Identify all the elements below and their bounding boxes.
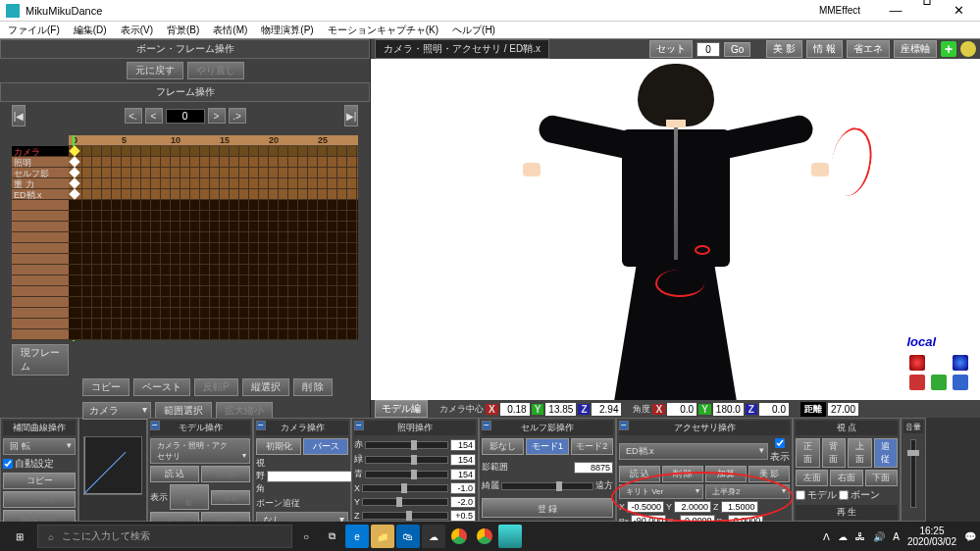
set-button[interactable]: セット bbox=[649, 40, 693, 58]
delete-button[interactable]: 削 除 bbox=[293, 378, 334, 396]
edge-icon[interactable]: e bbox=[345, 525, 369, 548]
taskview-icon[interactable]: ⧉ bbox=[320, 525, 343, 548]
model-edit-button[interactable]: モデル編 bbox=[375, 400, 428, 418]
next-frame-button[interactable]: > bbox=[208, 108, 226, 124]
gizmo-x-icon[interactable] bbox=[909, 355, 925, 371]
track-light[interactable]: 照明 bbox=[12, 157, 69, 168]
gizmo-row-trans[interactable] bbox=[909, 375, 968, 390]
view-back[interactable]: 背面 bbox=[822, 438, 847, 468]
prev-frame-button[interactable]: < bbox=[145, 108, 163, 124]
gizmo-z-icon[interactable] bbox=[953, 355, 968, 371]
onedrive-icon[interactable]: ☁ bbox=[422, 525, 445, 548]
gizmo-tx-icon[interactable] bbox=[909, 375, 925, 390]
view-bottom[interactable]: 下面 bbox=[865, 470, 898, 486]
jump-end-button[interactable]: ▶| bbox=[344, 105, 358, 126]
copy-button[interactable]: コピー bbox=[82, 378, 129, 396]
cam-y[interactable]: 13.85 bbox=[545, 403, 576, 416]
self-reg[interactable]: 登 録 bbox=[482, 498, 613, 518]
mode2[interactable]: モード2 bbox=[571, 438, 613, 455]
acc-load[interactable]: 読 込 bbox=[619, 466, 660, 482]
keyframe-icon[interactable] bbox=[69, 145, 79, 156]
acc-bone-drop[interactable]: 上半身2 bbox=[705, 484, 790, 499]
shadow-slider[interactable] bbox=[501, 482, 593, 490]
menu-physics[interactable]: 物理演算(P) bbox=[261, 24, 313, 37]
gizmo-row-rot[interactable] bbox=[909, 355, 968, 371]
light-g[interactable] bbox=[450, 454, 476, 466]
menu-file[interactable]: ファイル(F) bbox=[8, 24, 60, 37]
keyframe-icon[interactable] bbox=[69, 177, 79, 188]
tray-net-icon[interactable]: 🖧 bbox=[855, 531, 865, 542]
tray-up-icon[interactable]: ᐱ bbox=[823, 531, 830, 542]
gizmo-y-icon[interactable] bbox=[931, 355, 947, 371]
acc-z[interactable] bbox=[721, 501, 758, 513]
acc-y[interactable] bbox=[674, 501, 711, 513]
ang-x[interactable]: 0.0 bbox=[667, 403, 696, 416]
light-z[interactable] bbox=[450, 510, 476, 522]
current-frame-button[interactable]: 現フレーム bbox=[12, 344, 69, 376]
light-r[interactable] bbox=[450, 439, 476, 451]
ang-z[interactable]: 0.0 bbox=[759, 403, 789, 416]
view-front[interactable]: 正面 bbox=[796, 438, 820, 468]
info-button[interactable]: 情 報 bbox=[806, 40, 843, 58]
cortana-icon[interactable]: ○ bbox=[294, 525, 318, 548]
prev-key-button[interactable]: <. bbox=[125, 108, 142, 124]
interp-copy[interactable]: コピー bbox=[3, 473, 76, 489]
cam-init[interactable]: 初期化 bbox=[256, 438, 301, 455]
acc-model-drop[interactable]: キリト Ver bbox=[619, 484, 703, 499]
interp-curve[interactable] bbox=[78, 418, 147, 522]
minimize-icon[interactable]: − bbox=[354, 421, 364, 430]
track-camera[interactable]: カメラ bbox=[12, 146, 69, 157]
no-shadow[interactable]: 影なし bbox=[482, 438, 524, 455]
close-button[interactable]: ✕ bbox=[943, 0, 974, 22]
auto-check[interactable]: 自動設定 bbox=[3, 457, 54, 471]
minimize-icon[interactable]: − bbox=[619, 421, 629, 430]
clock[interactable]: 16:252020/03/02 bbox=[907, 526, 956, 547]
acc-del[interactable]: 削 除 bbox=[662, 466, 703, 482]
cam-x[interactable]: 0.18 bbox=[500, 403, 530, 416]
minimize-icon[interactable]: − bbox=[482, 421, 491, 430]
ang-y[interactable]: 180.0 bbox=[713, 403, 744, 416]
light-b[interactable] bbox=[450, 469, 476, 480]
tray-vol-icon[interactable]: 🔊 bbox=[873, 531, 885, 542]
light-x[interactable] bbox=[450, 482, 476, 494]
gizmo-ty-icon[interactable] bbox=[931, 375, 947, 390]
acc-x[interactable] bbox=[627, 501, 664, 513]
cam-persp[interactable]: パース bbox=[303, 438, 348, 455]
undo-button[interactable]: 元に戻す bbox=[127, 62, 183, 79]
tray[interactable]: ᐱ ☁ 🖧 🔊 A 16:252020/03/02 💬 bbox=[823, 526, 976, 547]
track-selfshadow[interactable]: セルフ影 bbox=[12, 168, 69, 178]
gizmo-tz-icon[interactable] bbox=[953, 375, 968, 390]
magnify-icon[interactable] bbox=[960, 41, 976, 57]
view-top[interactable]: 上面 bbox=[848, 438, 872, 468]
keyframe-icon[interactable] bbox=[69, 188, 79, 199]
minimize-icon[interactable]: − bbox=[256, 421, 266, 430]
timeline[interactable]: カメラ 照明 セルフ影 重 力 ED鞘.x 0 5 10 15 20 25 bbox=[12, 135, 358, 340]
axis-button[interactable]: 座標軸 bbox=[894, 40, 937, 58]
dist-val[interactable]: 27.00 bbox=[828, 403, 858, 416]
acc-drop[interactable]: ED鞘.x bbox=[619, 443, 768, 460]
acc-add[interactable]: 加算 bbox=[705, 466, 747, 482]
paste-button[interactable]: ペースト bbox=[133, 378, 190, 396]
mmd-icon[interactable] bbox=[498, 525, 522, 548]
cam-z[interactable]: 2.94 bbox=[592, 403, 621, 416]
tray-cloud-icon[interactable]: ☁ bbox=[838, 531, 848, 542]
minimize-button[interactable]: — bbox=[880, 0, 911, 22]
next-key-button[interactable]: .> bbox=[229, 108, 246, 124]
track-edsaya[interactable]: ED鞘.x bbox=[12, 189, 69, 200]
notif-icon[interactable]: 💬 bbox=[964, 531, 976, 542]
chrome-icon[interactable] bbox=[447, 525, 471, 548]
view-right[interactable]: 右面 bbox=[830, 470, 862, 486]
menu-edit[interactable]: 編集(D) bbox=[74, 24, 107, 37]
menu-mocap[interactable]: モーションキャプチャ(K) bbox=[328, 24, 438, 37]
view-left[interactable]: 左面 bbox=[796, 470, 828, 486]
shadow-range[interactable] bbox=[574, 462, 613, 474]
track-gravity[interactable]: 重 力 bbox=[12, 178, 69, 189]
tray-ime-icon[interactable]: A bbox=[893, 531, 900, 542]
jump-start-button[interactable]: |◀ bbox=[12, 105, 26, 126]
redo-button[interactable]: やり直し bbox=[187, 62, 244, 79]
start-button[interactable]: ⊞ bbox=[4, 523, 35, 550]
eco-button[interactable]: 省エネ bbox=[847, 40, 890, 58]
model-del[interactable]: 削 除 bbox=[201, 466, 250, 482]
frame-number-input[interactable]: 0 bbox=[166, 109, 205, 124]
store-icon[interactable]: 🛍 bbox=[396, 525, 420, 548]
